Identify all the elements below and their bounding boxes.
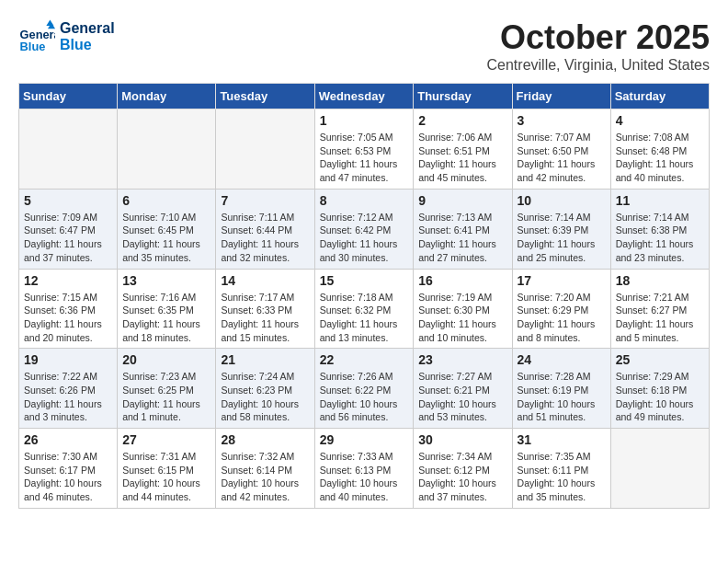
day-number: 18: [616, 273, 704, 288]
table-row: 30Sunrise: 7:34 AMSunset: 6:12 PMDayligh…: [414, 429, 512, 509]
day-number: 5: [24, 193, 112, 208]
day-info: Sunrise: 7:24 AMSunset: 6:23 PMDaylight:…: [221, 370, 309, 424]
table-row: [610, 429, 709, 509]
title-section: October 2025 Centreville, Virginia, Unit…: [487, 18, 711, 74]
day-number: 13: [122, 273, 210, 288]
day-number: 23: [418, 352, 506, 367]
day-number: 17: [518, 273, 606, 288]
day-info: Sunrise: 7:26 AMSunset: 6:22 PMDaylight:…: [320, 370, 409, 424]
table-row: 4Sunrise: 7:08 AMSunset: 6:48 PMDaylight…: [610, 109, 709, 190]
day-info: Sunrise: 7:35 AMSunset: 6:11 PMDaylight:…: [518, 450, 606, 504]
calendar-week-row: 26Sunrise: 7:30 AMSunset: 6:17 PMDayligh…: [19, 429, 710, 509]
day-number: 1: [320, 113, 409, 128]
day-info: Sunrise: 7:34 AMSunset: 6:12 PMDaylight:…: [418, 450, 506, 504]
table-row: 15Sunrise: 7:18 AMSunset: 6:32 PMDayligh…: [314, 269, 414, 349]
day-number: 8: [320, 193, 409, 208]
table-row: 10Sunrise: 7:14 AMSunset: 6:39 PMDayligh…: [512, 189, 610, 269]
day-info: Sunrise: 7:14 AMSunset: 6:38 PMDaylight:…: [616, 211, 704, 265]
header-thursday: Thursday: [414, 84, 512, 109]
table-row: 25Sunrise: 7:29 AMSunset: 6:18 PMDayligh…: [610, 349, 709, 429]
header-friday: Friday: [512, 84, 610, 109]
day-number: 4: [616, 113, 704, 128]
day-info: Sunrise: 7:33 AMSunset: 6:13 PMDaylight:…: [320, 450, 409, 504]
day-info: Sunrise: 7:09 AMSunset: 6:47 PMDaylight:…: [24, 211, 112, 265]
table-row: 12Sunrise: 7:15 AMSunset: 6:36 PMDayligh…: [19, 269, 118, 349]
day-info: Sunrise: 7:06 AMSunset: 6:51 PMDaylight:…: [418, 131, 506, 185]
header-monday: Monday: [118, 84, 216, 109]
page-header: General Blue General Blue October 2025 C…: [18, 18, 710, 74]
day-number: 6: [122, 193, 210, 208]
day-info: Sunrise: 7:05 AMSunset: 6:53 PMDaylight:…: [320, 131, 409, 185]
day-info: Sunrise: 7:16 AMSunset: 6:35 PMDaylight:…: [122, 291, 210, 345]
table-row: 1Sunrise: 7:05 AMSunset: 6:53 PMDaylight…: [314, 109, 414, 190]
day-number: 10: [518, 193, 606, 208]
day-info: Sunrise: 7:13 AMSunset: 6:41 PMDaylight:…: [418, 211, 506, 265]
table-row: 7Sunrise: 7:11 AMSunset: 6:44 PMDaylight…: [216, 189, 314, 269]
table-row: 2Sunrise: 7:06 AMSunset: 6:51 PMDaylight…: [414, 109, 512, 190]
header-tuesday: Tuesday: [216, 84, 314, 109]
day-number: 19: [24, 352, 112, 367]
table-row: 22Sunrise: 7:26 AMSunset: 6:22 PMDayligh…: [314, 349, 414, 429]
month-title: October 2025: [487, 18, 711, 57]
table-row: 27Sunrise: 7:31 AMSunset: 6:15 PMDayligh…: [118, 429, 216, 509]
header-saturday: Saturday: [610, 84, 709, 109]
day-number: 15: [320, 273, 409, 288]
logo-text: General Blue: [60, 20, 115, 53]
table-row: 24Sunrise: 7:28 AMSunset: 6:19 PMDayligh…: [512, 349, 610, 429]
table-row: 17Sunrise: 7:20 AMSunset: 6:29 PMDayligh…: [512, 269, 610, 349]
day-info: Sunrise: 7:08 AMSunset: 6:48 PMDaylight:…: [616, 131, 704, 185]
table-row: 26Sunrise: 7:30 AMSunset: 6:17 PMDayligh…: [19, 429, 118, 509]
day-number: 28: [221, 432, 309, 447]
table-row: 20Sunrise: 7:23 AMSunset: 6:25 PMDayligh…: [118, 349, 216, 429]
location: Centreville, Virginia, United States: [487, 57, 711, 74]
table-row: 28Sunrise: 7:32 AMSunset: 6:14 PMDayligh…: [216, 429, 314, 509]
table-row: 18Sunrise: 7:21 AMSunset: 6:27 PMDayligh…: [610, 269, 709, 349]
day-info: Sunrise: 7:22 AMSunset: 6:26 PMDaylight:…: [24, 370, 112, 424]
logo: General Blue General Blue: [18, 18, 115, 55]
table-row: 21Sunrise: 7:24 AMSunset: 6:23 PMDayligh…: [216, 349, 314, 429]
day-info: Sunrise: 7:17 AMSunset: 6:33 PMDaylight:…: [221, 291, 309, 345]
day-number: 20: [122, 352, 210, 367]
day-number: 30: [418, 432, 506, 447]
day-number: 22: [320, 352, 409, 367]
svg-text:Blue: Blue: [20, 40, 46, 53]
day-info: Sunrise: 7:18 AMSunset: 6:32 PMDaylight:…: [320, 291, 409, 345]
day-info: Sunrise: 7:12 AMSunset: 6:42 PMDaylight:…: [320, 211, 409, 265]
table-row: 11Sunrise: 7:14 AMSunset: 6:38 PMDayligh…: [610, 189, 709, 269]
table-row: 9Sunrise: 7:13 AMSunset: 6:41 PMDaylight…: [414, 189, 512, 269]
calendar-week-row: 5Sunrise: 7:09 AMSunset: 6:47 PMDaylight…: [19, 189, 710, 269]
day-info: Sunrise: 7:23 AMSunset: 6:25 PMDaylight:…: [122, 370, 210, 424]
day-info: Sunrise: 7:32 AMSunset: 6:14 PMDaylight:…: [221, 450, 309, 504]
day-number: 9: [418, 193, 506, 208]
day-info: Sunrise: 7:20 AMSunset: 6:29 PMDaylight:…: [518, 291, 606, 345]
calendar-week-row: 19Sunrise: 7:22 AMSunset: 6:26 PMDayligh…: [19, 349, 710, 429]
day-number: 2: [418, 113, 506, 128]
day-number: 7: [221, 193, 309, 208]
day-info: Sunrise: 7:11 AMSunset: 6:44 PMDaylight:…: [221, 211, 309, 265]
day-number: 31: [518, 432, 606, 447]
table-row: [19, 109, 118, 190]
table-row: 3Sunrise: 7:07 AMSunset: 6:50 PMDaylight…: [512, 109, 610, 190]
day-info: Sunrise: 7:14 AMSunset: 6:39 PMDaylight:…: [518, 211, 606, 265]
day-number: 26: [24, 432, 112, 447]
table-row: 23Sunrise: 7:27 AMSunset: 6:21 PMDayligh…: [414, 349, 512, 429]
day-info: Sunrise: 7:27 AMSunset: 6:21 PMDaylight:…: [418, 370, 506, 424]
day-number: 25: [616, 352, 704, 367]
day-info: Sunrise: 7:21 AMSunset: 6:27 PMDaylight:…: [616, 291, 704, 345]
day-info: Sunrise: 7:29 AMSunset: 6:18 PMDaylight:…: [616, 370, 704, 424]
calendar-week-row: 12Sunrise: 7:15 AMSunset: 6:36 PMDayligh…: [19, 269, 710, 349]
day-number: 27: [122, 432, 210, 447]
day-info: Sunrise: 7:28 AMSunset: 6:19 PMDaylight:…: [518, 370, 606, 424]
day-number: 24: [518, 352, 606, 367]
day-info: Sunrise: 7:30 AMSunset: 6:17 PMDaylight:…: [24, 450, 112, 504]
table-row: 16Sunrise: 7:19 AMSunset: 6:30 PMDayligh…: [414, 269, 512, 349]
table-row: 31Sunrise: 7:35 AMSunset: 6:11 PMDayligh…: [512, 429, 610, 509]
day-info: Sunrise: 7:19 AMSunset: 6:30 PMDaylight:…: [418, 291, 506, 345]
day-number: 16: [418, 273, 506, 288]
header-sunday: Sunday: [19, 84, 118, 109]
table-row: [118, 109, 216, 190]
calendar-week-row: 1Sunrise: 7:05 AMSunset: 6:53 PMDaylight…: [19, 109, 710, 190]
day-info: Sunrise: 7:15 AMSunset: 6:36 PMDaylight:…: [24, 291, 112, 345]
table-row: 19Sunrise: 7:22 AMSunset: 6:26 PMDayligh…: [19, 349, 118, 429]
table-row: [216, 109, 314, 190]
